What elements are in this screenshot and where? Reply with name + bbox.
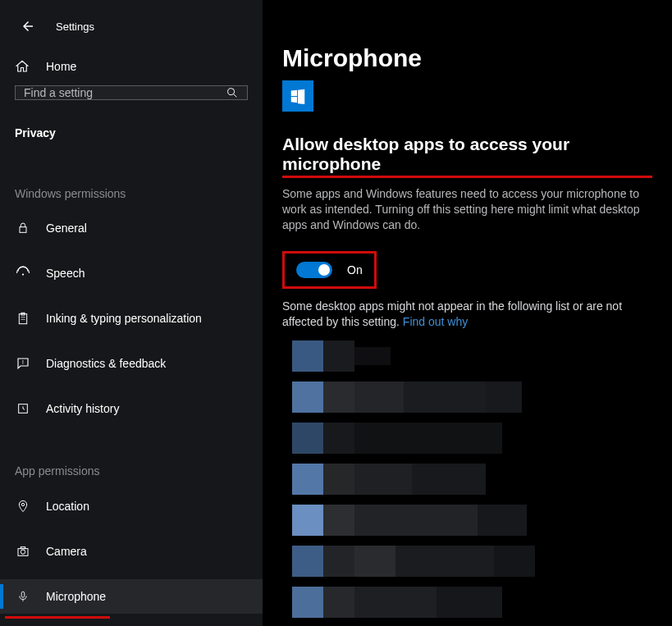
windows-app-icon [282, 80, 313, 112]
nav-location[interactable]: Location [0, 489, 263, 523]
nav-label: General [46, 222, 87, 235]
app-icon-row [282, 80, 652, 112]
nav-activity[interactable]: Activity history [0, 392, 263, 425]
list-item [292, 340, 652, 372]
section-windows-permissions: Windows permissions [0, 187, 263, 200]
nav-microphone[interactable]: Microphone [0, 579, 263, 614]
location-icon [15, 499, 31, 514]
svg-rect-13 [21, 547, 25, 549]
search-input[interactable] [24, 86, 226, 99]
home-label: Home [46, 60, 76, 73]
svg-point-12 [21, 550, 25, 554]
svg-point-0 [228, 89, 235, 95]
page-title: Microphone [282, 44, 652, 72]
note-text: Some desktop apps might not appear in th… [282, 299, 652, 330]
nav-label: Location [46, 500, 89, 513]
list-item [292, 505, 652, 536]
history-icon [15, 402, 31, 415]
find-out-why-link[interactable]: Find out why [403, 315, 468, 328]
home-button[interactable]: Home [0, 51, 263, 82]
list-item [292, 464, 652, 495]
nav-diagnostics[interactable]: ! Diagnostics & feedback [0, 346, 263, 381]
highlight-box: On [282, 251, 377, 289]
toggle-state-label: On [347, 263, 363, 276]
toggle-knob [318, 264, 330, 276]
desktop-apps-list [292, 340, 652, 618]
nav-speech[interactable]: Speech [0, 256, 263, 290]
clipboard-icon [15, 312, 31, 325]
nav-label: Activity history [46, 402, 119, 415]
desktop-apps-microphone-toggle[interactable] [296, 262, 332, 278]
home-icon [15, 59, 31, 74]
section-description: Some apps and Windows features need to a… [282, 186, 652, 233]
nav-label: Microphone [46, 590, 106, 603]
svg-line-1 [234, 94, 236, 97]
svg-rect-2 [20, 227, 26, 233]
nav-label: Diagnostics & feedback [46, 357, 166, 370]
nav-label: Camera [46, 545, 87, 558]
list-item [292, 382, 652, 413]
section-app-permissions: App permissions [0, 464, 263, 477]
svg-point-3 [22, 273, 24, 275]
search-box[interactable] [15, 85, 248, 100]
arrow-left-icon [21, 19, 35, 34]
svg-point-10 [21, 503, 24, 505]
back-button[interactable] [15, 13, 41, 39]
nav-camera[interactable]: Camera [0, 535, 263, 568]
list-item [292, 546, 652, 577]
list-item [292, 423, 652, 454]
camera-icon [15, 545, 31, 558]
svg-rect-14 [21, 592, 25, 597]
list-item [292, 587, 652, 618]
toggle-row: On [282, 251, 652, 289]
nav-general[interactable]: General [0, 212, 263, 244]
nav-label: Inking & typing personalization [46, 312, 202, 325]
highlight-underline [5, 616, 110, 619]
header: Settings [0, 13, 263, 51]
microphone-icon [15, 589, 31, 604]
search-icon [226, 86, 239, 99]
feedback-icon: ! [15, 356, 31, 371]
speech-icon [15, 266, 31, 281]
section-heading: Allow desktop apps to access your microp… [282, 135, 652, 178]
header-title: Settings [56, 21, 94, 33]
nav-inking[interactable]: Inking & typing personalization [0, 302, 263, 335]
nav-label: Speech [46, 267, 85, 280]
svg-text:!: ! [22, 359, 24, 365]
lock-icon [15, 222, 31, 235]
privacy-heading: Privacy [0, 115, 263, 139]
content-area: Microphone Allow desktop apps to access … [263, 0, 672, 626]
sidebar: Settings Home Privacy Windows permission… [0, 0, 263, 626]
